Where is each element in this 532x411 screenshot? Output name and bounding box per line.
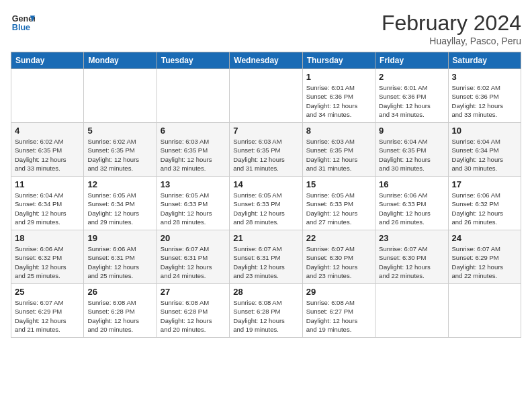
calendar-cell: 21Sunrise: 6:07 AMSunset: 6:31 PMDayligh… [230,230,302,284]
day-number: 5 [87,126,152,136]
day-detail: Sunrise: 6:07 AMSunset: 6:31 PMDaylight:… [161,244,226,280]
day-number: 6 [161,126,226,136]
day-number: 26 [87,287,152,297]
calendar-cell: 5Sunrise: 6:02 AMSunset: 6:35 PMDaylight… [84,123,157,177]
day-number: 21 [233,233,298,243]
calendar-cell [157,69,229,123]
calendar-cell: 4Sunrise: 6:02 AMSunset: 6:35 PMDaylight… [11,123,84,177]
day-number: 18 [15,233,80,243]
day-number: 7 [233,126,298,136]
day-detail: Sunrise: 6:04 AMSunset: 6:34 PMDaylight:… [452,137,517,173]
calendar-cell: 6Sunrise: 6:03 AMSunset: 6:35 PMDaylight… [157,123,229,177]
day-number: 2 [379,72,444,82]
day-number: 13 [161,179,226,189]
calendar-cell: 10Sunrise: 6:04 AMSunset: 6:34 PMDayligh… [448,123,521,177]
calendar-cell: 24Sunrise: 6:07 AMSunset: 6:29 PMDayligh… [448,230,521,284]
day-number: 14 [233,179,298,189]
calendar-cell: 25Sunrise: 6:07 AMSunset: 6:29 PMDayligh… [11,284,84,338]
calendar-cell: 13Sunrise: 6:05 AMSunset: 6:33 PMDayligh… [157,177,229,230]
day-number: 19 [87,233,152,243]
day-detail: Sunrise: 6:07 AMSunset: 6:30 PMDaylight:… [306,244,371,280]
day-detail: Sunrise: 6:05 AMSunset: 6:33 PMDaylight:… [306,191,371,226]
title-section: February 2024 Huayllay, Pasco, Peru [382,11,521,46]
calendar-cell: 19Sunrise: 6:06 AMSunset: 6:31 PMDayligh… [84,230,157,284]
calendar-cell: 7Sunrise: 6:03 AMSunset: 6:35 PMDaylight… [230,123,302,177]
day-number: 15 [306,179,371,189]
day-number: 28 [233,287,298,297]
day-number: 25 [15,287,80,297]
week-row-1: 1Sunrise: 6:01 AMSunset: 6:36 PMDaylight… [11,69,521,123]
calendar-cell: 2Sunrise: 6:01 AMSunset: 6:36 PMDaylight… [375,69,448,123]
calendar-cell: 14Sunrise: 6:05 AMSunset: 6:33 PMDayligh… [230,177,302,230]
calendar-cell: 18Sunrise: 6:06 AMSunset: 6:32 PMDayligh… [11,230,84,284]
svg-text:Blue: Blue [12,23,30,32]
calendar-cell: 22Sunrise: 6:07 AMSunset: 6:30 PMDayligh… [302,230,375,284]
day-number: 20 [161,233,226,243]
logo: General Blue [11,11,35,35]
day-detail: Sunrise: 6:08 AMSunset: 6:28 PMDaylight:… [233,298,298,334]
day-detail: Sunrise: 6:01 AMSunset: 6:36 PMDaylight:… [306,83,371,119]
day-detail: Sunrise: 6:07 AMSunset: 6:29 PMDaylight:… [452,244,517,280]
day-number: 16 [379,179,444,189]
weekday-header-monday: Monday [84,52,157,69]
week-row-4: 18Sunrise: 6:06 AMSunset: 6:32 PMDayligh… [11,230,521,284]
calendar-table: SundayMondayTuesdayWednesdayThursdayFrid… [11,52,521,338]
day-detail: Sunrise: 6:01 AMSunset: 6:36 PMDaylight:… [379,83,444,119]
calendar-cell [448,284,521,338]
day-detail: Sunrise: 6:02 AMSunset: 6:36 PMDaylight:… [452,83,517,119]
day-detail: Sunrise: 6:03 AMSunset: 6:35 PMDaylight:… [306,137,371,173]
calendar-cell: 9Sunrise: 6:04 AMSunset: 6:35 PMDaylight… [375,123,448,177]
day-detail: Sunrise: 6:04 AMSunset: 6:35 PMDaylight:… [379,137,444,173]
weekday-header-sunday: Sunday [11,52,84,69]
day-number: 9 [379,126,444,136]
day-detail: Sunrise: 6:02 AMSunset: 6:35 PMDaylight:… [87,137,152,173]
calendar-cell [11,69,84,123]
day-detail: Sunrise: 6:05 AMSunset: 6:33 PMDaylight:… [233,191,298,226]
calendar-cell [375,284,448,338]
day-number: 11 [15,179,80,189]
day-detail: Sunrise: 6:06 AMSunset: 6:32 PMDaylight:… [15,244,80,280]
calendar-title: February 2024 [382,11,521,36]
calendar-cell: 11Sunrise: 6:04 AMSunset: 6:34 PMDayligh… [11,177,84,230]
logo-icon: General Blue [11,11,35,35]
week-row-5: 25Sunrise: 6:07 AMSunset: 6:29 PMDayligh… [11,284,521,338]
day-number: 23 [379,233,444,243]
day-detail: Sunrise: 6:06 AMSunset: 6:32 PMDaylight:… [452,191,517,226]
day-detail: Sunrise: 6:06 AMSunset: 6:33 PMDaylight:… [379,191,444,226]
calendar-cell: 23Sunrise: 6:07 AMSunset: 6:30 PMDayligh… [375,230,448,284]
day-number: 3 [452,72,517,82]
header: General Blue February 2024 Huayllay, Pas… [11,11,521,46]
calendar-cell: 12Sunrise: 6:05 AMSunset: 6:34 PMDayligh… [84,177,157,230]
calendar-cell: 3Sunrise: 6:02 AMSunset: 6:36 PMDaylight… [448,69,521,123]
weekday-header-wednesday: Wednesday [230,52,302,69]
day-number: 22 [306,233,371,243]
day-detail: Sunrise: 6:07 AMSunset: 6:31 PMDaylight:… [233,244,298,280]
day-number: 17 [452,179,517,189]
day-detail: Sunrise: 6:07 AMSunset: 6:29 PMDaylight:… [15,298,80,334]
day-detail: Sunrise: 6:02 AMSunset: 6:35 PMDaylight:… [15,137,80,173]
weekday-header-saturday: Saturday [448,52,521,69]
day-number: 4 [15,126,80,136]
day-number: 29 [306,287,371,297]
weekday-header-tuesday: Tuesday [157,52,229,69]
calendar-cell: 28Sunrise: 6:08 AMSunset: 6:28 PMDayligh… [230,284,302,338]
day-detail: Sunrise: 6:04 AMSunset: 6:34 PMDaylight:… [15,191,80,226]
calendar-subtitle: Huayllay, Pasco, Peru [382,36,521,46]
calendar-cell: 15Sunrise: 6:05 AMSunset: 6:33 PMDayligh… [302,177,375,230]
calendar-cell: 17Sunrise: 6:06 AMSunset: 6:32 PMDayligh… [448,177,521,230]
calendar-cell [230,69,302,123]
day-number: 12 [87,179,152,189]
calendar-cell: 20Sunrise: 6:07 AMSunset: 6:31 PMDayligh… [157,230,229,284]
day-detail: Sunrise: 6:03 AMSunset: 6:35 PMDaylight:… [161,137,226,173]
day-number: 1 [306,72,371,82]
day-number: 24 [452,233,517,243]
calendar-cell: 27Sunrise: 6:08 AMSunset: 6:28 PMDayligh… [157,284,229,338]
weekday-header-friday: Friday [375,52,448,69]
day-detail: Sunrise: 6:08 AMSunset: 6:28 PMDaylight:… [87,298,152,334]
day-number: 10 [452,126,517,136]
week-row-2: 4Sunrise: 6:02 AMSunset: 6:35 PMDaylight… [11,123,521,177]
day-detail: Sunrise: 6:05 AMSunset: 6:33 PMDaylight:… [161,191,226,226]
calendar-cell [84,69,157,123]
day-detail: Sunrise: 6:05 AMSunset: 6:34 PMDaylight:… [87,191,152,226]
calendar-cell: 16Sunrise: 6:06 AMSunset: 6:33 PMDayligh… [375,177,448,230]
